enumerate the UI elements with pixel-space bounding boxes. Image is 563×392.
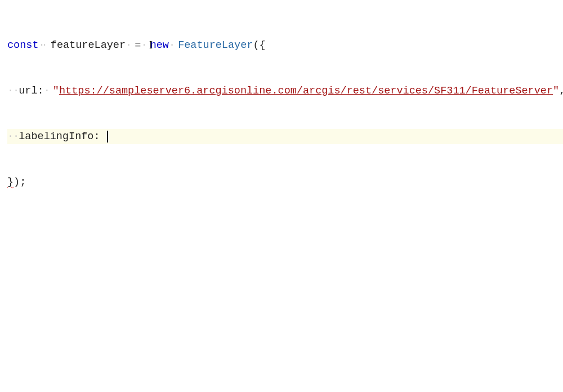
whitespace: · (141, 39, 144, 51)
whitespace: · (169, 39, 172, 51)
operator-assign: = (135, 39, 141, 51)
code-line-2[interactable]: ··url:· "https://sampleserver6.arcgisonl… (7, 83, 563, 99)
colon: : (93, 131, 100, 142)
whitespace: ·· (7, 85, 19, 97)
code-line-1[interactable]: const·· featureLayer· =· new· FeatureLay… (7, 38, 563, 53)
prop-labelinginfo: labelingInfo (19, 131, 93, 142)
whitespace: · (44, 85, 47, 97)
whitespace: ·· (39, 39, 44, 51)
code-editor[interactable]: const·· featureLayer· =· new· FeatureLay… (0, 0, 563, 205)
colon: : (38, 85, 44, 97)
class-name: FeatureLayer (178, 39, 253, 51)
comma: , (559, 85, 563, 97)
keyword-const: const (7, 39, 39, 51)
variable-name: featureLayer (51, 39, 126, 51)
prop-url: url (19, 85, 37, 97)
string-quote-open: " (53, 85, 59, 97)
whitespace: · (126, 39, 128, 51)
code-line-3-active[interactable]: ··labelingInfo: (7, 129, 563, 144)
whitespace: ·· (7, 131, 19, 142)
text-cursor (107, 131, 108, 142)
string-quote-close: " (553, 85, 559, 97)
keyword-new: new (150, 39, 169, 51)
code-line-4[interactable]: }); (7, 175, 563, 190)
url-string[interactable]: https://sampleserver6.arcgisonline.com/a… (59, 85, 553, 97)
close-brace-error: }); (7, 176, 26, 188)
open-paren-brace: ({ (253, 39, 265, 51)
